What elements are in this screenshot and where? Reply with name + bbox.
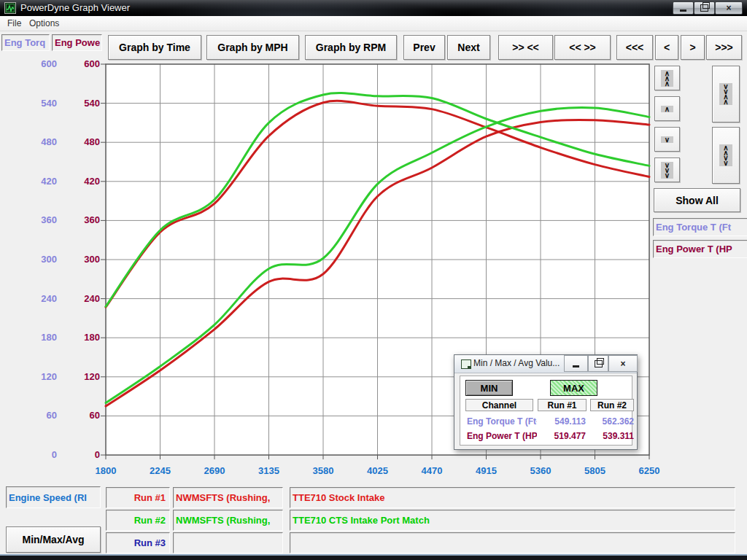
y-tick-label: 120 bbox=[61, 370, 100, 384]
column-header-channel: Channel bbox=[465, 399, 533, 411]
chevron-glyph: ∨ bbox=[665, 173, 670, 178]
scroll-down-button[interactable]: ∨ bbox=[654, 127, 680, 152]
run2-file-box: NWMSFTS (Rushing, bbox=[173, 510, 283, 531]
y-tick-label: 480 bbox=[13, 136, 57, 149]
minmax-restore-button[interactable] bbox=[588, 355, 608, 372]
y-tick-label: 0 bbox=[61, 448, 100, 462]
chevron-glyph: ∧ bbox=[665, 106, 670, 112]
y-tick-label: 0 bbox=[13, 448, 57, 462]
chevron-glyph: ∧ bbox=[665, 81, 670, 86]
y-tick-label: 240 bbox=[13, 292, 57, 306]
x-tick-label: 2690 bbox=[189, 465, 240, 477]
column-header-run2: Run #2 bbox=[590, 399, 634, 411]
x-tick-label: 1800 bbox=[80, 465, 131, 477]
column-header-run1: Run #1 bbox=[538, 399, 587, 411]
chevron-up-icon: ∧ bbox=[661, 106, 673, 112]
y-zoom-in-button[interactable]: ∨∨∧∧ bbox=[712, 66, 740, 122]
scroll-bottom-button[interactable]: ∨∨∨ bbox=[654, 158, 680, 182]
max-toggle-button[interactable]: MAX bbox=[550, 380, 597, 396]
title-bar: PowerDyne Graph Viewer × bbox=[0, 0, 747, 16]
scroll-right-button[interactable]: > bbox=[681, 35, 705, 60]
min-toggle-button[interactable]: MIN bbox=[465, 380, 513, 396]
menu-options[interactable]: Options bbox=[25, 18, 63, 29]
minmax-window-icon bbox=[461, 359, 471, 369]
chevron-up-triple-icon: ∧∧∧ bbox=[661, 70, 673, 87]
close-icon: × bbox=[620, 360, 625, 368]
y-tick-label: 60 bbox=[13, 409, 57, 422]
run2-label-box: Run #2 bbox=[106, 510, 170, 531]
next-button[interactable]: Next bbox=[447, 35, 490, 60]
minmax-values-window: Min / Max / Avg Valu... × MIN MAX Channe… bbox=[454, 354, 638, 450]
run2-description-box: TTE710 CTS Intake Port Match bbox=[290, 510, 735, 531]
chevron-down-triple-icon: ∨∨∨ bbox=[661, 162, 673, 179]
torque-axis-channel-box[interactable]: Eng Torq bbox=[1, 34, 50, 51]
prev-button[interactable]: Prev bbox=[403, 35, 445, 60]
minmax-minimize-button[interactable] bbox=[564, 355, 588, 372]
y-tick-label: 180 bbox=[13, 331, 57, 344]
run1-file-box: NWMSFTS (Rushing, bbox=[173, 487, 283, 508]
powerdyne-window: PowerDyne Graph Viewer × File Options Gr… bbox=[0, 0, 747, 560]
restore-icon bbox=[595, 360, 603, 368]
y-tick-label: 120 bbox=[13, 370, 57, 384]
x-tick-label: 4470 bbox=[406, 465, 457, 477]
run3-description-box bbox=[290, 532, 735, 553]
menu-bar: File Options bbox=[0, 16, 747, 31]
chevron-glyph: ∨ bbox=[723, 160, 728, 166]
minmax-row-run2-value: 562.362 bbox=[587, 415, 634, 428]
close-icon: × bbox=[726, 4, 731, 12]
close-button[interactable]: × bbox=[715, 1, 743, 15]
menu-file[interactable]: File bbox=[3, 18, 26, 29]
y-tick-label: 600 bbox=[13, 58, 57, 71]
x-tick-label: 5360 bbox=[515, 465, 566, 477]
minmaxavg-button[interactable]: Min/Max/Avg bbox=[6, 526, 101, 553]
minimize-icon bbox=[573, 365, 579, 368]
zoom-in-x-button[interactable]: >> << bbox=[498, 35, 553, 60]
y-tick-label: 240 bbox=[61, 292, 100, 306]
chevron-down-icon: ∨ bbox=[661, 136, 673, 143]
minmax-window-title: Min / Max / Avg Valu... bbox=[473, 358, 560, 368]
run1-description-box: TTE710 Stock Intake bbox=[290, 487, 735, 508]
graph-by-mph-button[interactable]: Graph by MPH bbox=[206, 35, 299, 60]
x-tick-label: 6250 bbox=[624, 465, 675, 477]
chevron-glyph: ∨ bbox=[665, 137, 670, 142]
minimize-icon bbox=[680, 9, 686, 12]
scroll-right-fast-button[interactable]: >>> bbox=[706, 35, 742, 60]
window-title: PowerDyne Graph Viewer bbox=[20, 2, 130, 13]
x-channel-box[interactable]: Engine Speed (RI bbox=[6, 486, 101, 508]
y-tick-label: 360 bbox=[61, 214, 100, 227]
minmax-title-bar[interactable]: Min / Max / Avg Valu... × bbox=[454, 355, 637, 373]
scroll-left-button[interactable]: < bbox=[655, 35, 678, 60]
restore-icon bbox=[700, 4, 708, 12]
maximize-button[interactable] bbox=[694, 1, 715, 15]
y-tick-label: 420 bbox=[13, 175, 57, 188]
minmax-close-button[interactable]: × bbox=[608, 355, 638, 372]
run3-file-box bbox=[173, 532, 283, 553]
y-tick-label: 60 bbox=[61, 409, 100, 422]
y-tick-label: 180 bbox=[61, 331, 100, 344]
y-tick-label: 540 bbox=[61, 97, 100, 110]
graph-by-time-button[interactable]: Graph by Time bbox=[108, 35, 201, 60]
y-tick-label: 420 bbox=[61, 175, 100, 188]
zoom-out-x-button[interactable]: << >> bbox=[554, 35, 611, 60]
x-tick-label: 3580 bbox=[298, 465, 349, 477]
x-tick-label: 4025 bbox=[352, 465, 403, 477]
scroll-left-fast-button[interactable]: <<< bbox=[616, 35, 653, 60]
minmax-row-channel: Eng Torque T (Ft- bbox=[467, 415, 537, 428]
scroll-up-button[interactable]: ∧ bbox=[654, 96, 680, 121]
graph-by-rpm-button[interactable]: Graph by RPM bbox=[305, 35, 397, 60]
torque-channel-label[interactable]: Eng Torque T (Ft bbox=[653, 218, 747, 236]
chevron-expand-icon: ∧∧∨∨ bbox=[719, 144, 732, 166]
y-tick-label: 360 bbox=[13, 214, 57, 227]
window-bottom-border bbox=[0, 554, 747, 560]
y-tick-label: 300 bbox=[13, 253, 57, 266]
y-zoom-out-button[interactable]: ∧∧∨∨ bbox=[712, 127, 740, 184]
x-tick-label: 4915 bbox=[461, 465, 512, 477]
power-channel-label[interactable]: Eng Power T (HP bbox=[653, 240, 747, 258]
torque-y-axis: 600540480420360300240180120600 bbox=[13, 0, 57, 560]
scroll-top-button[interactable]: ∧∧∧ bbox=[654, 66, 680, 90]
power-axis-channel-box[interactable]: Eng Powe bbox=[52, 34, 102, 51]
minmax-row-channel: Eng Power T (HP) bbox=[467, 429, 537, 443]
y-tick-label: 600 bbox=[61, 58, 100, 71]
minimize-button[interactable] bbox=[673, 1, 694, 15]
show-all-button[interactable]: Show All bbox=[654, 188, 740, 212]
